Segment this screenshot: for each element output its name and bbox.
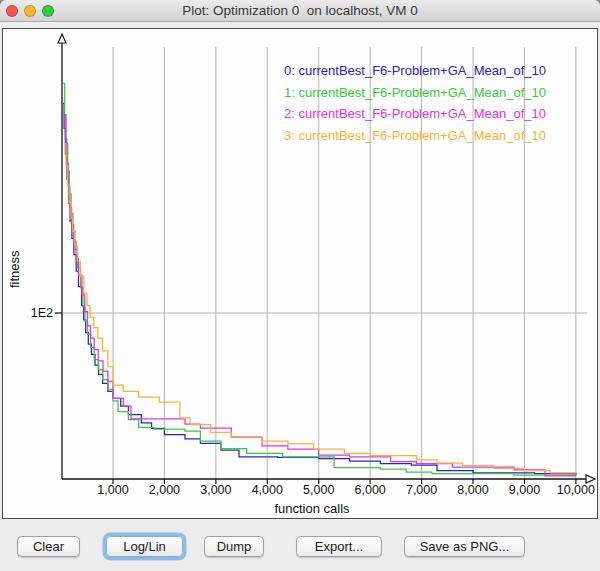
series-line xyxy=(64,144,576,474)
legend: 0: currentBest_F6-Problem+GA_Mean_of_101… xyxy=(284,60,546,146)
x-axis-arrow-icon xyxy=(586,475,595,483)
y-tick-label: 1E2 xyxy=(25,306,53,320)
save-png-button[interactable]: Save as PNG... xyxy=(404,536,525,557)
title-bar: Plot: Optimization 0 on localhost, VM 0 xyxy=(0,0,600,22)
legend-entry: 1: currentBest_F6-Problem+GA_Mean_of_10 xyxy=(284,82,546,104)
legend-entry: 2: currentBest_F6-Problem+GA_Mean_of_10 xyxy=(284,103,546,125)
x-axis-label: function calls xyxy=(62,501,562,516)
y-axis-arrow-icon xyxy=(58,34,66,43)
plot-window: Plot: Optimization 0 on localhost, VM 0 … xyxy=(0,0,600,571)
window-title: Plot: Optimization 0 on localhost, VM 0 xyxy=(0,0,600,22)
x-tick-label: 10,000 xyxy=(546,483,600,497)
legend-entry: 3: currentBest_F6-Problem+GA_Mean_of_10 xyxy=(284,125,546,147)
log-lin-button[interactable]: Log/Lin xyxy=(106,536,183,557)
legend-entry: 0: currentBest_F6-Problem+GA_Mean_of_10 xyxy=(284,60,546,82)
series-line xyxy=(64,115,576,476)
plot-panel: fitness 1E2 function calls 0: currentBes… xyxy=(2,28,598,519)
dump-button[interactable]: Dump xyxy=(204,536,264,557)
export-button[interactable]: Export... xyxy=(296,536,382,557)
y-axis-label: fitness xyxy=(7,207,23,331)
clear-button[interactable]: Clear xyxy=(17,536,80,557)
